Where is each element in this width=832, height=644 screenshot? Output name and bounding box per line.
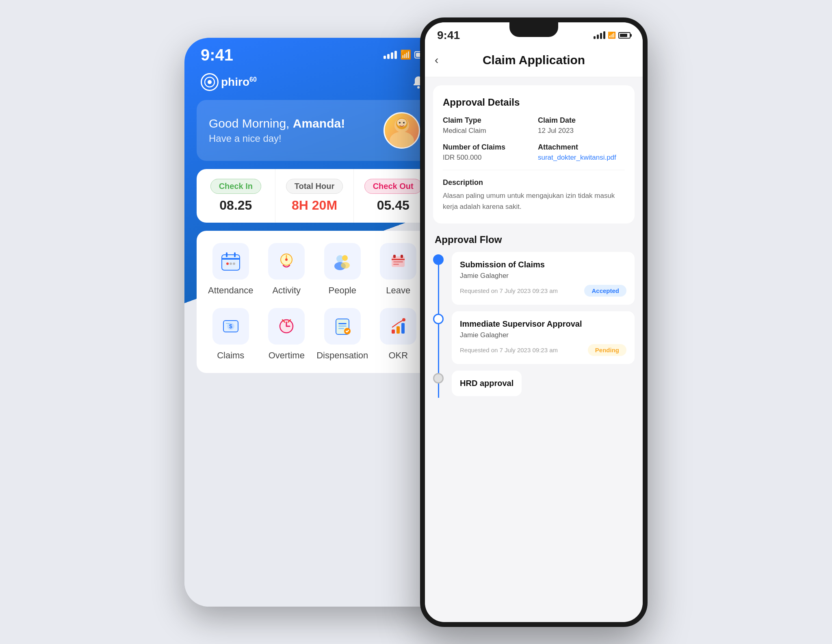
flow-card-1-footer: Requested on 7 July 2023 09:23 am Accept…	[460, 285, 626, 297]
approval-details-card: Approval Details Claim Type Medical Clai…	[433, 85, 635, 223]
menu-item-people[interactable]: People	[316, 243, 368, 296]
claim-type-value: Medical Claim	[443, 127, 530, 135]
svg-point-2	[417, 86, 420, 89]
right-phone: 9:41 📶 ‹ Claim Application Approval Deta…	[420, 17, 648, 627]
flow-card-supervisor: Immediate Supervisor Approval Jamie Gala…	[452, 311, 635, 364]
menu-item-attendance[interactable]: Attendance	[205, 243, 257, 296]
claim-content: Approval Details Claim Type Medical Clai…	[425, 77, 643, 415]
claims-icon: $	[212, 308, 249, 345]
detail-grid: Claim Type Medical Claim Claim Date 12 J…	[443, 116, 625, 162]
menu-item-dispensation[interactable]: Dispensation	[316, 308, 368, 361]
greeting-text: Good Morning, Amanda! Have a nice day!	[209, 117, 345, 144]
flow-item-supervisor: Immediate Supervisor Approval Jamie Gala…	[433, 311, 635, 364]
attendance-icon	[212, 243, 249, 280]
svg-rect-39	[396, 326, 400, 334]
flow-card-1-title: Submission of Claims	[460, 260, 626, 269]
svg-text:$: $	[229, 323, 232, 330]
flow-timestamp-2: Requested on 7 July 2023 09:23 am	[460, 347, 558, 353]
right-signal-icon	[594, 31, 605, 39]
left-status-bar: 9:41 📶	[184, 38, 444, 68]
attachment-link[interactable]: surat_dokter_kwitansi.pdf	[538, 154, 625, 162]
svg-point-13	[226, 262, 229, 265]
claim-number-label: Number of Claims	[443, 143, 530, 152]
svg-point-15	[233, 262, 235, 265]
dispensation-icon	[324, 308, 361, 345]
greeting-card: Good Morning, Amanda! Have a nice day!	[197, 100, 432, 161]
svg-rect-38	[392, 330, 395, 334]
svg-rect-27	[393, 264, 399, 265]
checkin-stat: Check In 08.25	[197, 169, 275, 223]
right-wifi-icon: 📶	[608, 31, 616, 39]
claim-number-item: Number of Claims IDR 500.000	[443, 143, 530, 162]
checkin-value: 08.25	[219, 198, 252, 213]
flow-timestamp-1: Requested on 7 July 2023 09:23 am	[460, 287, 558, 294]
greeting-line2: Have a nice day!	[209, 133, 345, 144]
leave-label: Leave	[386, 285, 410, 296]
left-phone: 9:41 📶 phiro60	[184, 38, 444, 607]
flow-items: Submission of Claims Jamie Galagher Requ…	[433, 252, 635, 403]
flow-status-1: Accepted	[584, 285, 626, 297]
svg-point-6	[397, 119, 407, 127]
right-battery-icon	[618, 32, 630, 39]
flow-dot-2	[433, 314, 444, 324]
menu-item-overtime[interactable]: Overtime	[261, 308, 313, 361]
flow-dot-1	[433, 254, 444, 265]
menu-item-activity[interactable]: Activity	[261, 243, 313, 296]
flow-dot-hrd	[433, 373, 444, 384]
totalhour-badge: Total Hour	[286, 179, 343, 194]
signal-icon	[384, 51, 397, 59]
svg-rect-24	[401, 255, 403, 258]
stats-card: Check In 08.25 Total Hour 8H 20M Check O…	[197, 169, 432, 223]
flow-item-submission: Submission of Claims Jamie Galagher Requ…	[433, 252, 635, 305]
approval-flow-title: Approval Flow	[433, 234, 635, 245]
activity-icon	[268, 243, 305, 280]
menu-item-claims[interactable]: $ Claims	[205, 308, 257, 361]
logo-area: phiro60 4	[184, 68, 444, 100]
logo-text: phiro60	[221, 76, 257, 89]
attendance-label: Attendance	[208, 285, 253, 296]
dispensation-label: Dispensation	[316, 350, 368, 361]
back-button[interactable]: ‹	[435, 54, 438, 67]
okr-icon	[380, 308, 416, 345]
svg-point-17	[285, 258, 288, 261]
flow-card-1-person: Jamie Galagher	[460, 272, 626, 280]
flow-card-submission: Submission of Claims Jamie Galagher Requ…	[452, 252, 635, 305]
svg-point-41	[402, 318, 405, 321]
totalhour-stat: Total Hour 8H 20M	[275, 169, 354, 223]
leave-icon	[380, 243, 416, 280]
menu-item-okr[interactable]: OKR	[373, 308, 425, 361]
flow-item-hrd: HRD approval	[433, 371, 635, 396]
svg-rect-12	[234, 252, 236, 257]
hrd-label: HRD approval	[460, 379, 514, 388]
claim-number-value: IDR 500.000	[443, 154, 530, 162]
checkin-badge: Check In	[210, 179, 261, 194]
svg-point-21	[341, 262, 350, 269]
notch	[509, 22, 558, 37]
svg-rect-26	[393, 261, 403, 262]
greeting-line1: Good Morning, Amanda!	[209, 117, 345, 130]
claim-header: ‹ Claim Application	[425, 45, 643, 77]
flow-card-2-footer: Requested on 7 July 2023 09:23 am Pendin…	[460, 344, 626, 356]
svg-point-1	[208, 80, 212, 84]
logo: phiro60	[201, 73, 257, 91]
svg-rect-23	[393, 255, 396, 258]
menu-item-leave[interactable]: Leave	[373, 243, 425, 296]
left-time: 9:41	[201, 46, 233, 64]
menu-section: Attendance Activity	[197, 231, 432, 373]
svg-rect-36	[338, 328, 344, 329]
svg-point-7	[399, 122, 401, 124]
right-time: 9:41	[437, 29, 460, 42]
svg-rect-35	[338, 325, 347, 327]
flow-card-2-title: Immediate Supervisor Approval	[460, 319, 626, 329]
attachment-label: Attachment	[538, 143, 625, 152]
svg-rect-11	[226, 252, 228, 257]
svg-rect-10	[222, 258, 240, 260]
claim-date-item: Claim Date 12 Jul 2023	[538, 116, 625, 135]
claim-date-value: 12 Jul 2023	[538, 127, 625, 135]
right-phone-inner: 9:41 📶 ‹ Claim Application Approval Deta…	[425, 22, 643, 622]
description-section: Description Alasan paling umum untuk men…	[443, 170, 625, 212]
svg-point-8	[403, 122, 405, 124]
logo-icon	[201, 73, 219, 91]
right-status-icons: 📶	[594, 31, 630, 39]
wifi-icon: 📶	[400, 50, 411, 60]
